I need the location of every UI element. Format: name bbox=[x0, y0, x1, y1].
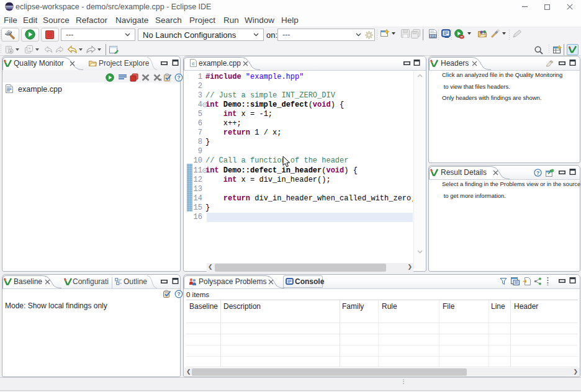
svg-text:?: ? bbox=[536, 170, 539, 176]
svg-text:010: 010 bbox=[431, 35, 436, 38]
svg-text:?: ? bbox=[177, 291, 181, 297]
svg-text:?: ? bbox=[177, 74, 181, 81]
svg-text:c: c bbox=[192, 61, 195, 66]
